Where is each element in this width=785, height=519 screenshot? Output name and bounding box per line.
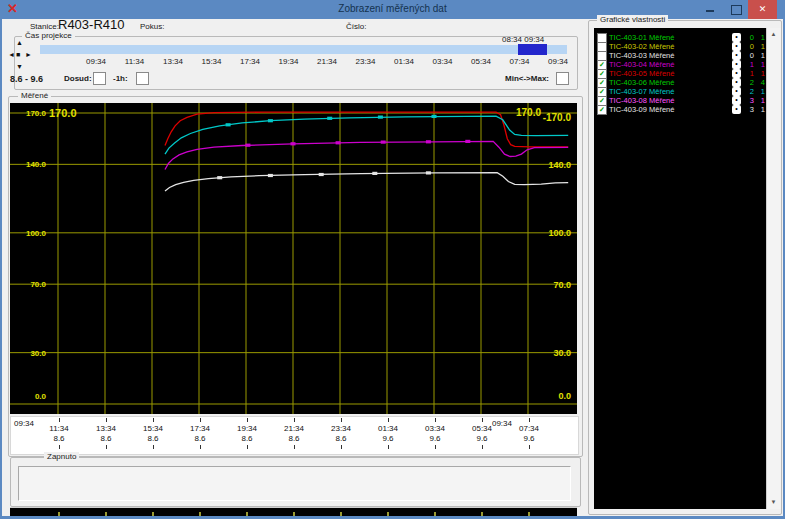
overview-tick bbox=[434, 512, 436, 516]
axis-tick-time: 23:34 bbox=[325, 424, 357, 433]
svg-text:70.0: 70.0 bbox=[553, 280, 571, 290]
series-dial-button[interactable]: • bbox=[732, 51, 741, 60]
series-num2: 1 bbox=[755, 51, 765, 60]
time-axis-strip: 09:34 09:34 11:348.613:348.615:348.617:3… bbox=[10, 416, 579, 455]
series-name-label: TIC-403-09 bbox=[609, 105, 647, 114]
series-dial-button[interactable]: • bbox=[732, 69, 741, 78]
time-slider-track[interactable] bbox=[40, 45, 567, 54]
series-type-label: Měřené bbox=[649, 78, 674, 87]
series-dial-button[interactable]: • bbox=[732, 42, 741, 51]
svg-text:30.0: 30.0 bbox=[553, 348, 571, 358]
stanice-value: R403-R410 bbox=[58, 17, 125, 32]
axis-tick-bottom bbox=[153, 445, 154, 449]
series-num2: 4 bbox=[755, 78, 765, 87]
measured-group-label: Měřené bbox=[18, 91, 51, 100]
series-dial-button[interactable]: • bbox=[732, 96, 741, 105]
axis-tick-bottom bbox=[200, 445, 201, 449]
series-row[interactable]: TIC-403-01Měřené•01 bbox=[594, 33, 766, 42]
minus-1h-checkbox[interactable] bbox=[136, 72, 149, 85]
close-button[interactable]: ✕ bbox=[748, 0, 777, 19]
series-num2: 1 bbox=[755, 60, 765, 69]
minimize-button[interactable] bbox=[698, 0, 722, 19]
overview-tick bbox=[481, 512, 483, 516]
minmax-checkbox[interactable] bbox=[556, 72, 569, 85]
series-row[interactable]: ✓TIC-403-06Měřené•24 bbox=[594, 78, 766, 87]
axis-tick-date: 9.6 bbox=[466, 434, 498, 443]
series-row[interactable]: ✓TIC-403-08Měřené•31 bbox=[594, 96, 766, 105]
slider-time-label: 01:34 bbox=[387, 57, 421, 66]
series-row[interactable]: TIC-403-03Měřené•01 bbox=[594, 51, 766, 60]
axis-tick-time: 13:34 bbox=[90, 424, 122, 433]
axis-tick-time: 17:34 bbox=[184, 424, 216, 433]
axis-tick-bottom bbox=[388, 445, 389, 449]
axis-tick-date: 8.6 bbox=[231, 434, 263, 443]
chart-area[interactable]: 170.0-170.0140.0140.0100.0100.070.070.03… bbox=[10, 103, 577, 414]
series-row[interactable]: ✓TIC-403-05Měřené•11 bbox=[594, 69, 766, 78]
slider-time-label: 19:34 bbox=[272, 57, 306, 66]
series-num1: 2 bbox=[744, 78, 754, 87]
pokus-label: Pokus: bbox=[140, 22, 164, 31]
properties-group-label: Grafické vlastnosti bbox=[597, 15, 668, 24]
svg-text:140.0: 140.0 bbox=[548, 160, 571, 170]
slider-time-label: 03:34 bbox=[426, 57, 460, 66]
time-projection-group-label: Čas projekce bbox=[22, 31, 75, 40]
scroll-up-icon[interactable]: ▲ bbox=[767, 28, 780, 41]
svg-text:0.0: 0.0 bbox=[35, 392, 47, 401]
minus-1h-label: -1h: bbox=[113, 74, 128, 83]
range-label: 8.6 - 9.6 bbox=[10, 74, 43, 84]
axis-tick-top bbox=[247, 418, 248, 422]
minmax-label: Min<->Max: bbox=[505, 74, 549, 83]
dpad-up-icon[interactable]: ▲ bbox=[16, 39, 23, 46]
axis-tick-date: 9.6 bbox=[372, 434, 404, 443]
series-type-label: Měřené bbox=[649, 69, 674, 78]
time-slider-selection[interactable] bbox=[518, 44, 547, 55]
svg-text:70.0: 70.0 bbox=[30, 280, 46, 289]
maximize-button[interactable] bbox=[724, 0, 748, 19]
slider-time-label: 09:34 bbox=[79, 57, 113, 66]
slider-time-label: 13:34 bbox=[156, 57, 190, 66]
axis-tick-date: 8.6 bbox=[137, 434, 169, 443]
slider-time-label: 05:34 bbox=[464, 57, 498, 66]
series-dial-button[interactable]: • bbox=[732, 78, 741, 87]
series-num1: 2 bbox=[744, 87, 754, 96]
axis-tick-time: 05:34 bbox=[466, 424, 498, 433]
series-type-label: Měřené bbox=[649, 87, 674, 96]
axis-tick-time: 19:34 bbox=[231, 424, 263, 433]
axis-tick-date: 8.6 bbox=[278, 434, 310, 443]
measured-chart[interactable]: 170.0-170.0140.0140.0100.0100.070.070.03… bbox=[10, 103, 577, 414]
series-visibility-checkbox[interactable]: ✓ bbox=[597, 105, 607, 115]
series-name-label: TIC-403-08 bbox=[609, 96, 647, 105]
series-row[interactable]: ✓TIC-403-04Měřené•11 bbox=[594, 60, 766, 69]
series-num1: 0 bbox=[744, 33, 754, 42]
properties-list: TIC-403-01Měřené•01TIC-403-02Měřené•01TI… bbox=[594, 28, 766, 509]
slider-time-label: 17:34 bbox=[233, 57, 267, 66]
axis-tick-bottom bbox=[294, 445, 295, 449]
series-row[interactable]: ✓TIC-403-07Měřené•21 bbox=[594, 87, 766, 96]
series-num2: 1 bbox=[755, 69, 765, 78]
axis-tick-bottom bbox=[106, 445, 107, 449]
axis-tick-bottom bbox=[435, 445, 436, 449]
series-dial-button[interactable]: • bbox=[732, 33, 741, 42]
scroll-down-icon[interactable]: ▼ bbox=[767, 496, 780, 509]
series-row[interactable]: ✓TIC-403-09Měřené•31 bbox=[594, 105, 766, 114]
axis-tick-top bbox=[200, 418, 201, 422]
series-type-label: Měřené bbox=[649, 96, 674, 105]
axis-tick-time: 21:34 bbox=[278, 424, 310, 433]
series-type-label: Měřené bbox=[649, 33, 674, 42]
series-dial-button[interactable]: • bbox=[732, 105, 741, 114]
series-name-label: TIC-403-04 bbox=[609, 60, 647, 69]
series-name-label: TIC-403-05 bbox=[609, 69, 647, 78]
properties-scrollbar[interactable]: ▲ ▼ bbox=[766, 28, 781, 509]
series-num1: 1 bbox=[744, 60, 754, 69]
window-border-left bbox=[0, 19, 2, 516]
dosud-checkbox[interactable] bbox=[93, 72, 106, 85]
series-row[interactable]: TIC-403-02Měřené•01 bbox=[594, 42, 766, 51]
series-num1: 1 bbox=[744, 69, 754, 78]
overview-tick bbox=[387, 512, 389, 516]
series-num2: 1 bbox=[755, 96, 765, 105]
axis-tick-bottom bbox=[341, 445, 342, 449]
series-name-label: TIC-403-03 bbox=[609, 51, 647, 60]
series-num2: 1 bbox=[755, 87, 765, 96]
series-dial-button[interactable]: • bbox=[732, 60, 741, 69]
series-dial-button[interactable]: • bbox=[732, 87, 741, 96]
